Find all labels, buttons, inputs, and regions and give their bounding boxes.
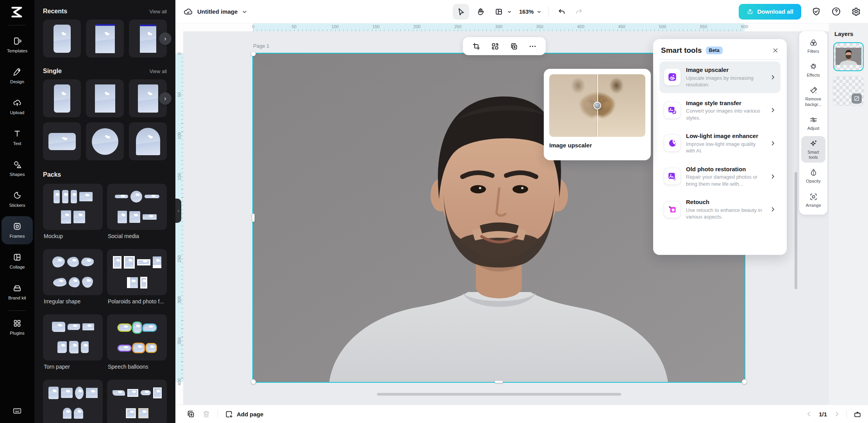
recent-frame-tile[interactable] xyxy=(86,20,124,57)
sidebar-item-stickers[interactable]: Stickers xyxy=(2,185,33,213)
capcut-logo-icon[interactable] xyxy=(10,5,24,19)
tool-remove-background[interactable]: Remove backgr... xyxy=(801,83,825,109)
frames-panel: Recents View all › Single View all › Pac… xyxy=(34,0,175,423)
add-page-button[interactable]: Add page xyxy=(225,410,263,418)
tool-effects[interactable]: Effects xyxy=(801,59,825,81)
crop-button[interactable] xyxy=(469,39,484,54)
selection-handle-left-middle[interactable] xyxy=(252,213,255,222)
pack-social-media[interactable]: Social media xyxy=(107,184,167,245)
smart-tool-retouch[interactable]: Retouch Use retouch to enhance beauty in… xyxy=(659,194,780,225)
undo-icon xyxy=(557,7,566,16)
pack-torn-paper[interactable]: Torn paper xyxy=(43,314,103,375)
single-next-button[interactable]: › xyxy=(159,92,171,105)
tool-label: Opacity xyxy=(806,179,820,184)
keyboard-shortcuts-icon[interactable] xyxy=(12,406,22,416)
sidebar-item-design[interactable]: Design xyxy=(2,62,33,90)
recent-frame-tile[interactable] xyxy=(43,20,81,57)
replace-button[interactable] xyxy=(488,39,502,54)
redo-icon xyxy=(575,7,583,16)
upload-icon xyxy=(13,98,22,108)
tool-filters[interactable]: Filters xyxy=(801,35,825,57)
sidebar-item-frames[interactable]: Frames xyxy=(2,216,33,244)
download-all-button[interactable]: Download all xyxy=(739,4,801,20)
ruler-label: 550 xyxy=(700,24,707,29)
previous-page-button[interactable] xyxy=(805,410,813,418)
pack-polaroids[interactable]: Polaroids and photo f... xyxy=(107,249,167,310)
redo-button[interactable] xyxy=(572,4,586,20)
tool-opacity[interactable]: Opacity xyxy=(801,165,825,186)
fit-view-button[interactable] xyxy=(853,410,862,418)
safety-shield-icon[interactable] xyxy=(811,7,821,16)
pack-speech-balloons[interactable]: Speech balloons xyxy=(107,314,167,375)
stickers-icon xyxy=(13,191,22,200)
selection-handle-top-left[interactable] xyxy=(251,51,256,56)
tool-arrange[interactable]: Arrange xyxy=(801,189,825,211)
pack-label: Polaroids and photo f... xyxy=(108,298,167,305)
select-tool-button[interactable] xyxy=(453,4,469,20)
opacity-icon xyxy=(809,168,818,177)
smart-tool-old-photo-restoration[interactable]: C Old photo restoration Repair your dama… xyxy=(659,161,780,192)
selection-handle-bottom-right[interactable] xyxy=(742,379,747,384)
sidebar-label: Design xyxy=(10,79,24,84)
smart-tool-image-upscaler[interactable]: 4K Image upscaler Upscale images by incr… xyxy=(659,61,780,93)
single-view-all-link[interactable]: View all xyxy=(149,68,167,74)
sidebar-label: Plugins xyxy=(10,330,25,336)
recents-next-button[interactable]: › xyxy=(159,32,171,45)
zoom-level: 163% xyxy=(519,9,534,15)
settings-gear-icon[interactable] xyxy=(851,7,861,16)
page-label[interactable]: Page 1 xyxy=(253,43,269,49)
selection-handle-bottom-middle[interactable] xyxy=(495,380,503,383)
more-options-button[interactable] xyxy=(525,39,540,54)
document-title[interactable]: Untitled image xyxy=(197,8,238,15)
single-frame-tile[interactable] xyxy=(86,79,124,117)
sidebar-label: Stickers xyxy=(9,203,25,208)
undo-button[interactable] xyxy=(555,4,569,20)
hand-tool-button[interactable] xyxy=(472,4,489,20)
tool-title: Retouch xyxy=(686,198,764,206)
zoom-level-button[interactable]: 163% xyxy=(519,9,542,15)
next-page-button[interactable] xyxy=(833,410,840,418)
smart-tool-image-style-transfer[interactable]: Image style transfer Convert your images… xyxy=(659,95,780,126)
sidebar-item-upload[interactable]: Upload xyxy=(2,93,33,121)
sidebar-item-shapes[interactable]: Shapes xyxy=(2,154,33,183)
help-icon[interactable] xyxy=(831,7,841,16)
recents-view-all-link[interactable]: View all xyxy=(149,9,167,14)
close-icon[interactable] xyxy=(772,47,779,54)
right-tools-rail: Filters Effects Remove backgr... Adjust … xyxy=(799,31,827,215)
pack-irregular-shape[interactable]: Irregular shape xyxy=(43,249,103,310)
duplicate-button[interactable] xyxy=(506,39,521,54)
tool-adjust[interactable]: Adjust xyxy=(801,112,825,134)
layer-thumbnail-photo[interactable] xyxy=(833,42,864,71)
add-page-label: Add page xyxy=(237,411,263,418)
title-chevron-down-icon[interactable] xyxy=(241,9,248,15)
layer-thumbnail-background[interactable] xyxy=(833,77,864,106)
smart-tool-low-light-enhancer[interactable]: Low-light image enhancer Improve low-lig… xyxy=(659,127,780,159)
pack-partial[interactable] xyxy=(43,380,103,423)
pack-mockup[interactable]: Mockup xyxy=(43,184,103,245)
duplicate-page-button[interactable] xyxy=(186,410,195,418)
single-frame-tile[interactable] xyxy=(86,122,124,160)
pack-partial[interactable] xyxy=(107,380,167,423)
single-frame-tile[interactable] xyxy=(43,79,81,117)
sidebar-item-text[interactable]: Text xyxy=(2,124,33,152)
vertical-scrollbar[interactable] xyxy=(795,172,797,289)
sidebar-item-plugins[interactable]: Plugins xyxy=(2,315,33,339)
selection-handle-bottom-left[interactable] xyxy=(251,379,256,384)
tool-label: Arrange xyxy=(805,203,821,208)
ruler-label: 0 xyxy=(252,24,254,29)
tool-label: Adjust xyxy=(807,126,820,131)
delete-page-button[interactable] xyxy=(202,410,211,418)
compare-slider-handle[interactable] xyxy=(593,102,601,109)
horizontal-scrollbar[interactable] xyxy=(377,393,621,396)
single-frame-tile[interactable] xyxy=(129,122,167,160)
layout-tool-button[interactable] xyxy=(492,4,512,20)
tool-smart-tools[interactable]: Smart tools xyxy=(801,136,825,163)
panel-collapse-tab[interactable]: ‹ xyxy=(175,199,181,223)
sidebar-item-collage[interactable]: Collage xyxy=(2,247,33,275)
single-title: Single xyxy=(43,68,62,75)
image-upscaler-preview-card[interactable]: Image upscaler xyxy=(544,69,651,160)
sidebar-item-brand-kit[interactable]: Brand kit xyxy=(2,278,33,306)
tool-title: Low-light image enhancer xyxy=(686,132,764,140)
sidebar-item-templates[interactable]: Templates xyxy=(2,31,33,59)
single-frame-tile[interactable] xyxy=(43,122,81,160)
